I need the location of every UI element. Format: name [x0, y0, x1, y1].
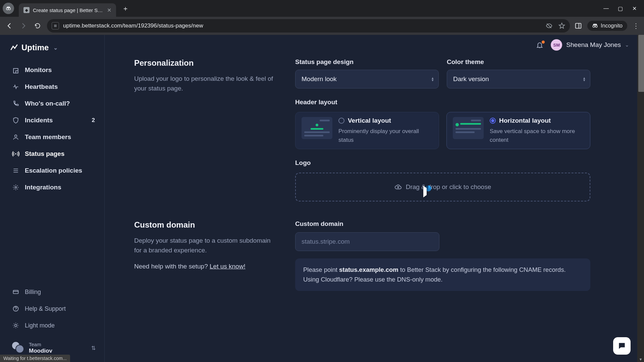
- profile-button[interactable]: [3, 3, 14, 14]
- vertical-thumb-icon: [302, 117, 332, 139]
- sidebar-item-incidents[interactable]: Incidents2: [10, 113, 97, 128]
- notification-dot-icon: [542, 41, 545, 44]
- header-layout-label: Header layout: [295, 99, 590, 106]
- maximize-icon[interactable]: ▢: [618, 6, 623, 11]
- incognito-label: Incognito: [601, 23, 623, 29]
- scrollbar-thumb[interactable]: [638, 35, 644, 92]
- svg-point-4: [593, 25, 595, 27]
- layout-desc: Prominently display your overall status: [338, 127, 433, 144]
- sidebar-item-escalation[interactable]: Escalation policies: [10, 163, 97, 178]
- close-tab-icon[interactable]: ✕: [107, 7, 111, 13]
- section-title: Custom domain: [134, 220, 275, 230]
- layout-option-horizontal[interactable]: Horizontal layout Save vertical space to…: [446, 112, 590, 149]
- horizontal-thumb-icon: [453, 117, 484, 139]
- select-caret-icon: ▴▾: [583, 77, 585, 81]
- minimize-icon[interactable]: ―: [604, 6, 608, 11]
- svg-point-5: [595, 25, 597, 27]
- select-caret-icon: ▴▾: [432, 77, 434, 81]
- reload-button[interactable]: [33, 21, 42, 31]
- heartbeat-icon: [12, 83, 19, 90]
- sidebar-item-help[interactable]: Help & Support: [10, 301, 97, 316]
- dropzone-text: Drag & drop or click to choose: [406, 183, 491, 191]
- svg-point-7: [15, 153, 16, 155]
- incidents-badge: 2: [92, 117, 95, 124]
- incognito-indicator[interactable]: Incognito: [587, 21, 627, 31]
- browser-tab[interactable]: ◆ Create status page | Better Stac ✕: [19, 3, 116, 17]
- design-select[interactable]: Modern look ▴▾: [295, 70, 439, 88]
- logo-label: Logo: [295, 159, 590, 167]
- user-name: Sheena May Jones: [566, 41, 621, 49]
- browser-chrome: ◆ Create status page | Better Stac ✕ ＋ ―…: [0, 0, 644, 35]
- eye-off-icon[interactable]: [546, 22, 552, 29]
- layout-option-vertical[interactable]: Vertical layout Prominently display your…: [295, 112, 439, 149]
- site-info-icon[interactable]: [52, 22, 59, 29]
- svg-rect-2: [576, 23, 581, 28]
- content-area: Personalization Upload your logo to pers…: [105, 55, 644, 362]
- close-window-icon[interactable]: ✕: [632, 6, 637, 11]
- app-viewport: Uptime ⌄ ◲Monitors Heartbeats Who's on-c…: [0, 35, 644, 362]
- logo-dropzone[interactable]: Drag & drop or click to choose: [295, 173, 590, 201]
- theme-select[interactable]: Dark version ▴▾: [447, 70, 590, 88]
- sidebar-item-label: Help & Support: [25, 305, 66, 312]
- custom-domain-input[interactable]: [295, 232, 439, 251]
- info-host: status.example.com: [339, 266, 398, 273]
- chevron-updown-icon: ⇅: [91, 345, 96, 351]
- section-description: Upload your logo to personalize the look…: [134, 74, 275, 94]
- help-text: Need help with the setup?: [134, 263, 210, 270]
- sidebar-item-status-pages[interactable]: Status pages: [10, 146, 97, 162]
- sidebar-item-label: Status pages: [25, 150, 64, 158]
- section-description: Deploy your status page to a custom subd…: [134, 236, 275, 255]
- section-title: Personalization: [134, 58, 275, 68]
- custom-domain-label: Custom domain: [295, 220, 590, 228]
- radio-checked-icon: [490, 118, 496, 124]
- browser-menu-icon[interactable]: ⋮: [633, 22, 639, 30]
- user-menu[interactable]: SM Sheena May Jones ⌄: [551, 39, 629, 51]
- sidebar-item-team[interactable]: Team members: [10, 129, 97, 145]
- vertical-scrollbar[interactable]: ▲ ▼: [637, 35, 644, 362]
- phone-icon: [12, 100, 19, 107]
- sidebar-item-label: Billing: [25, 289, 41, 296]
- chat-launcher[interactable]: [613, 337, 631, 355]
- favicon-icon: ◆: [23, 7, 30, 13]
- tab-title: Create status page | Better Stac: [33, 7, 104, 13]
- sun-icon: [12, 322, 19, 329]
- sidebar-item-heartbeats[interactable]: Heartbeats: [10, 79, 97, 95]
- svg-rect-9: [13, 290, 18, 294]
- user-icon: [12, 133, 19, 141]
- sidebar-item-billing[interactable]: Billing: [10, 284, 97, 300]
- address-bar[interactable]: uptime.betterstack.com/team/192396/statu…: [47, 19, 570, 33]
- scroll-down-icon[interactable]: ▼: [637, 357, 644, 361]
- svg-point-0: [6, 8, 8, 10]
- window-controls: ― ▢ ✕: [596, 0, 644, 17]
- section-personalization: Personalization Upload your logo to pers…: [134, 58, 625, 201]
- design-value: Modern look: [302, 75, 337, 83]
- radio-icon: [338, 118, 344, 124]
- shield-icon: [12, 117, 19, 124]
- team-label: Team: [29, 342, 52, 348]
- back-button[interactable]: [5, 21, 14, 31]
- notifications-button[interactable]: [536, 41, 543, 49]
- sidebar-item-lightmode[interactable]: Light mode: [10, 318, 97, 333]
- brand-name: Uptime: [21, 43, 49, 52]
- secondary-nav: Billing Help & Support Light mode: [10, 284, 97, 333]
- help-link[interactable]: Let us know!: [210, 263, 246, 270]
- theme-value: Dark version: [453, 75, 489, 83]
- monitor-icon: ◲: [12, 66, 19, 74]
- browser-toolbar: uptime.betterstack.com/team/192396/statu…: [0, 17, 644, 35]
- avatar: SM: [551, 39, 562, 51]
- sidebar-item-oncall[interactable]: Who's on-call?: [10, 96, 97, 111]
- main-column: SM Sheena May Jones ⌄ Personalization Up…: [105, 35, 644, 362]
- bookmark-star-icon[interactable]: [558, 22, 565, 29]
- brand-switcher[interactable]: Uptime ⌄: [10, 43, 97, 52]
- forward-button[interactable]: [19, 21, 28, 31]
- list-icon: [12, 167, 19, 174]
- uptime-logo-icon: [10, 44, 18, 52]
- sidebar-item-monitors[interactable]: ◲Monitors: [10, 62, 97, 78]
- theme-label: Color theme: [447, 58, 590, 66]
- svg-point-13: [15, 324, 17, 327]
- primary-nav: ◲Monitors Heartbeats Who's on-call? Inci…: [10, 62, 97, 195]
- sidebar-item-integrations[interactable]: Integrations: [10, 180, 97, 195]
- side-panel-icon[interactable]: [575, 22, 582, 29]
- new-tab-button[interactable]: ＋: [120, 3, 131, 14]
- sidebar-item-label: Incidents: [25, 117, 53, 124]
